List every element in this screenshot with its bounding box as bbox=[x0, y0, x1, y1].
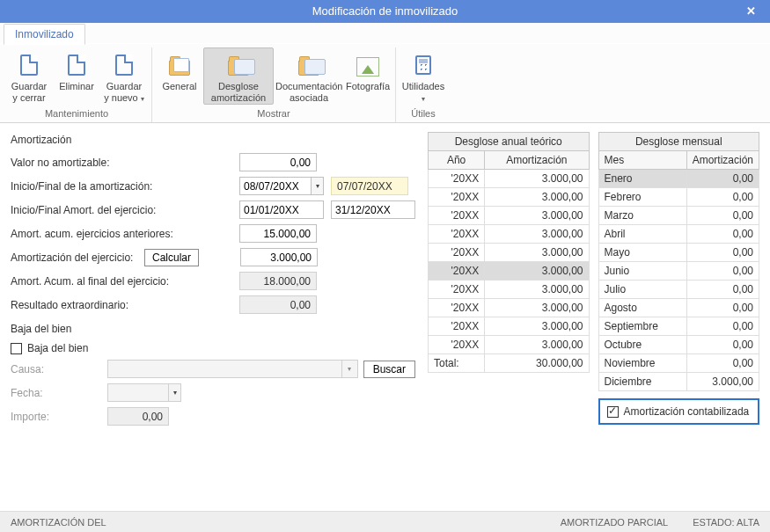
resultado-extra-readonly: 0,00 bbox=[239, 295, 317, 314]
table-row[interactable]: Diciembre3.000,00 bbox=[598, 373, 759, 391]
chevron-down-icon: ▾ bbox=[341, 361, 357, 377]
anual-grid[interactable]: Año Amortización '20XX3.000,00'20XX3.000… bbox=[428, 150, 590, 373]
date-drop-icon[interactable]: ▾ bbox=[312, 177, 324, 195]
chevron-down-icon: ▾ bbox=[141, 95, 144, 103]
save-new-icon: + bbox=[108, 51, 140, 79]
table-row[interactable]: Abril0,00 bbox=[598, 225, 759, 244]
lbl: Eliminar bbox=[59, 81, 94, 91]
anual-title: Desglose anual teórico bbox=[428, 132, 590, 150]
calcular-button[interactable]: Calcular bbox=[144, 249, 199, 266]
final-amort-date: 07/07/20XX bbox=[331, 177, 408, 195]
table-row[interactable]: Mayo0,00 bbox=[598, 244, 759, 262]
col-amort[interactable]: Amortización bbox=[686, 151, 759, 170]
table-row[interactable]: '20XX3.000,00 bbox=[429, 281, 590, 299]
amort-contab-label: Amortización contabilizada bbox=[624, 405, 750, 418]
table-row[interactable]: Agosto0,00 bbox=[598, 299, 759, 317]
total-value: 30.000,00 bbox=[485, 354, 589, 373]
total-label: Total: bbox=[429, 354, 485, 373]
lbl: Utilidades bbox=[402, 81, 444, 91]
baja-importe-readonly: 0,00 bbox=[107, 407, 169, 426]
ribbon-group-mantenimiento: Guardary cerrar ✕ Eliminar + Guardary nu… bbox=[2, 47, 152, 122]
baja-fecha-input[interactable] bbox=[107, 383, 169, 402]
tab-inmovilizado[interactable]: Inmovilizado bbox=[4, 24, 85, 45]
mensual-title: Desglose mensual bbox=[598, 132, 760, 150]
label-causa: Causa: bbox=[11, 363, 107, 375]
table-row[interactable]: '20XX3.000,00 bbox=[429, 188, 590, 207]
label-acum-ant: Amort. acum. ejercicios anteriores: bbox=[11, 228, 178, 240]
left-form: Amortización Valor no amortizable: Inici… bbox=[11, 132, 415, 431]
amort-ej-input[interactable] bbox=[240, 248, 318, 266]
inicio-ej-date[interactable] bbox=[239, 200, 324, 219]
lbl: y nuevo bbox=[104, 92, 138, 103]
causa-combo[interactable]: ▾ bbox=[107, 360, 358, 378]
inicio-amort-date[interactable] bbox=[239, 177, 312, 195]
table-row[interactable]: '20XX3.000,00 bbox=[429, 207, 590, 225]
photo-icon bbox=[352, 51, 384, 79]
col-mes[interactable]: Mes bbox=[598, 151, 686, 170]
label-inicio-final-ej: Inicio/Final Amort. del ejercicio: bbox=[11, 204, 178, 216]
buscar-button[interactable]: Buscar bbox=[363, 361, 415, 378]
guardar-cerrar-button[interactable]: Guardary cerrar bbox=[5, 47, 53, 105]
eliminar-button[interactable]: ✕ Eliminar bbox=[53, 47, 100, 105]
table-row[interactable]: Julio0,00 bbox=[598, 281, 759, 299]
guardar-nuevo-button[interactable]: + Guardary nuevo ▾ bbox=[100, 47, 148, 105]
table-row[interactable]: '20XX3.000,00 bbox=[429, 170, 590, 188]
general-button[interactable]: General bbox=[156, 47, 203, 105]
mensual-grid[interactable]: Mes Amortización Enero0,00Febrero0,00Mar… bbox=[598, 150, 760, 391]
label-fecha: Fecha: bbox=[11, 387, 107, 399]
ribbon-group-title: Mostrar bbox=[156, 105, 392, 120]
col-ano[interactable]: Año bbox=[429, 151, 485, 170]
label-resultado-extra: Resultado extraordinario: bbox=[11, 299, 178, 311]
table-row[interactable]: Octubre0,00 bbox=[598, 336, 759, 354]
acum-ant-input[interactable] bbox=[239, 224, 317, 243]
chevron-down-icon: ▾ bbox=[422, 95, 425, 103]
table-row[interactable]: '20XX3.000,00 bbox=[429, 262, 590, 281]
fotografia-button[interactable]: Fotografía bbox=[344, 47, 392, 105]
table-row[interactable]: Febrero0,00 bbox=[598, 188, 759, 207]
status-right: ESTADO: ALTA bbox=[693, 517, 759, 528]
date-drop-icon[interactable]: ▾ bbox=[169, 383, 181, 402]
utilidades-button[interactable]: Utilidades▾ bbox=[400, 47, 447, 105]
lbl: Guardar bbox=[106, 81, 142, 91]
table-row[interactable]: '20XX3.000,00 bbox=[429, 336, 590, 354]
lbl: General bbox=[162, 81, 196, 91]
amort-contab-checkbox[interactable] bbox=[607, 406, 619, 418]
close-icon[interactable]: ✕ bbox=[738, 0, 763, 23]
statusbar: AMORTIZACIÓN DEL AMORTIZADO PARCIAL ESTA… bbox=[0, 511, 770, 532]
lbl: Guardar bbox=[11, 81, 47, 91]
save-close-icon bbox=[13, 51, 45, 79]
table-row[interactable]: Noviembre0,00 bbox=[598, 354, 759, 373]
documentacion-button[interactable]: Documentaciónasociada bbox=[274, 47, 344, 105]
baja-checkbox[interactable] bbox=[11, 343, 22, 354]
lbl: asociada bbox=[290, 92, 328, 103]
table-row[interactable]: Junio0,00 bbox=[598, 262, 759, 281]
valor-no-amort-input[interactable] bbox=[239, 153, 317, 171]
final-ej-date[interactable] bbox=[331, 200, 415, 219]
desglose-icon bbox=[223, 51, 254, 79]
section-baja: Baja del bien bbox=[11, 323, 415, 335]
table-row[interactable]: '20XX3.000,00 bbox=[429, 225, 590, 244]
lbl: Desglose bbox=[218, 81, 259, 91]
ribbon: Guardary cerrar ✕ Eliminar + Guardary nu… bbox=[0, 44, 770, 123]
panel-anual: Desglose anual teórico Año Amortización … bbox=[428, 132, 590, 431]
right-panels: Desglose anual teórico Año Amortización … bbox=[428, 132, 759, 431]
table-row[interactable]: Enero0,00 bbox=[598, 170, 759, 188]
ribbon-group-utiles: Utilidades▾ Útiles bbox=[396, 47, 451, 122]
col-amort[interactable]: Amortización bbox=[485, 151, 589, 170]
table-row[interactable]: Septiembre0,00 bbox=[598, 317, 759, 336]
table-row[interactable]: '20XX3.000,00 bbox=[429, 317, 590, 336]
table-row[interactable]: Marzo0,00 bbox=[598, 207, 759, 225]
status-left: AMORTIZACIÓN DEL bbox=[11, 517, 106, 528]
ribbon-group-mostrar: General Desgloseamortización Documentaci… bbox=[152, 47, 396, 122]
status-mid: AMORTIZADO PARCIAL bbox=[561, 517, 668, 528]
label-importe: Importe: bbox=[11, 411, 107, 423]
calculator-icon bbox=[407, 51, 439, 79]
content: Amortización Valor no amortizable: Inici… bbox=[0, 123, 770, 431]
label-valor-no-amort: Valor no amortizable: bbox=[11, 157, 178, 169]
table-row[interactable]: '20XX3.000,00 bbox=[429, 244, 590, 262]
label-inicio-final: Inicio/Final de la amortización: bbox=[11, 180, 178, 193]
table-row[interactable]: '20XX3.000,00 bbox=[429, 299, 590, 317]
desglose-amort-button[interactable]: Desgloseamortización bbox=[203, 47, 274, 105]
amort-contabilizada-wrap: Amortización contabilizada bbox=[598, 398, 760, 425]
window-title: Modificación de inmovilizado bbox=[312, 4, 458, 18]
